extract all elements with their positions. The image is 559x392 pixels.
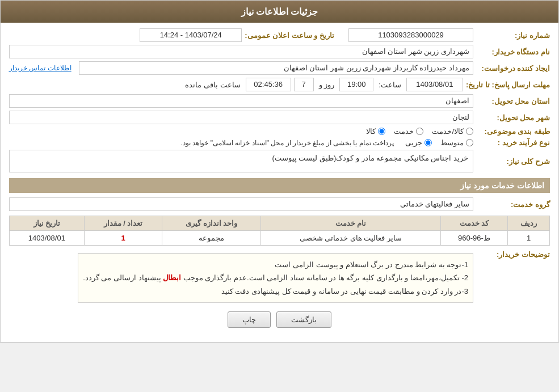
service-group-label: گروه خدمت: (476, 200, 550, 209)
province-value: اصفهان (9, 94, 473, 108)
deadline-date: 1403/08/01 (406, 78, 463, 91)
process-note: پرداخت تمام یا بخشی از مبلغ خریدار از مح… (181, 139, 394, 147)
col-date: تاریخ نیاز (10, 216, 85, 231)
creator-contact-link[interactable]: اطلاعات تماس خریدار (9, 64, 72, 72)
process-radio-group: متوسط جزیی (405, 138, 473, 147)
back-button[interactable]: بازگشت (276, 311, 331, 328)
col-count: تعداد / مقدار (84, 216, 162, 231)
buyer-org-value: شهرداری زرین شهر استان اصفهان (9, 45, 473, 58)
announce-label: تاریخ و ساعت اعلان عمومی: (245, 31, 334, 40)
table-row: 1 ط-96-960 سایر فعالیت های خدماتی شخصی م… (10, 231, 550, 246)
services-section-header: اطلاعات خدمات مورد نیاز (9, 178, 550, 193)
cell-code: ط-96-960 (440, 231, 507, 246)
main-content: شماره نیاز: 1103093283000029 تاریخ و ساع… (1, 23, 558, 342)
announce-value: 1403/07/24 - 14:24 (140, 28, 242, 42)
buyer-org-label: نام دستگاه خریدار: (476, 48, 550, 56)
service-group-value: سایر فعالیتهای خدماتی (9, 197, 473, 211)
need-number-row: شماره نیاز: 1103093283000029 تاریخ و ساع… (9, 28, 550, 42)
deadline-remaining: 02:45:36 (246, 78, 291, 91)
need-number-label: شماره نیاز: (476, 31, 550, 40)
radio-jozyi[interactable] (424, 139, 432, 146)
creator-label: ایجاد کننده درخواست: (476, 64, 550, 73)
deadline-remaining-label: ساعت باقی مانده (185, 81, 240, 89)
table-header-row: ردیف کد خدمت نام خدمت واحد اندازه گیری ت… (10, 216, 550, 231)
process-row: نوع فرآیند خرید : متوسط جزیی پرداخت تمام… (9, 138, 550, 147)
province-label: استان محل تحویل: (476, 97, 550, 106)
notes-label: توضیحات خریدار: (476, 250, 550, 259)
page-header: جزئیات اطلاعات نیاز (1, 1, 558, 23)
deadline-time-label: ساعت: (379, 81, 401, 89)
category-option-kala[interactable]: کالا (366, 127, 385, 136)
creator-value: مهرداد حیدرزاده کاربرداز شهرداری زرین شه… (79, 61, 473, 75)
cell-name: سایر فعالیت های خدماتی شخصی (261, 231, 441, 246)
notes-content: 1-توجه به شرایط مندرج در برگ استعلام و پ… (78, 253, 473, 303)
radio-motavaset-label: متوسط (440, 138, 464, 147)
description-value: خرید اجناس مکانیکی مجموعه مادر و کودک(طب… (9, 150, 473, 172)
print-button[interactable]: چاپ (228, 311, 271, 328)
deadline-time: 19:00 (339, 78, 373, 91)
category-radio-group: کالا/خدمت خدمت کالا (366, 127, 473, 136)
service-group-row: گروه خدمت: سایر فعالیتهای خدماتی (9, 197, 550, 211)
note-line-3: 3-در وارد کردن و مطابقت قیمت نهایی در سا… (83, 285, 468, 298)
deadline-days-label: روز و (319, 81, 335, 89)
radio-kala-khedmat[interactable] (466, 128, 473, 135)
col-code: کد خدمت (440, 216, 507, 231)
cell-row: 1 (508, 231, 550, 246)
note-line-1: 1-توجه به شرایط مندرج در برگ استعلام و پ… (83, 258, 468, 271)
cell-unit: مجموعه (162, 231, 261, 246)
creator-row: ایجاد کننده درخواست: مهرداد حیدرزاده کار… (9, 61, 550, 75)
radio-kala-label: کالا (366, 127, 376, 136)
category-label: طبقه بندی موضوعی: (476, 127, 550, 136)
col-row: ردیف (508, 216, 550, 231)
button-row: بازگشت چاپ (9, 311, 550, 328)
city-row: شهر محل تحویل: لنجان (9, 111, 550, 124)
notes-row: توضیحات خریدار: 1-توجه به شرایط مندرج در… (9, 250, 550, 303)
bold-word: ابطال (163, 273, 181, 282)
cell-count: 1 (84, 231, 162, 246)
page-title: جزئیات اطلاعات نیاز (241, 7, 318, 16)
radio-motavaset[interactable] (466, 139, 473, 146)
radio-khedmat-label: خدمت (394, 127, 414, 136)
category-option-khedmat[interactable]: خدمت (394, 127, 423, 136)
description-row: شرح کلی نیاز: خرید اجناس مکانیکی مجموعه … (9, 150, 550, 172)
radio-kala[interactable] (378, 128, 385, 135)
buyer-org-row: نام دستگاه خریدار: شهرداری زرین شهر استا… (9, 45, 550, 58)
category-row: طبقه بندی موضوعی: کالا/خدمت خدمت کالا (9, 127, 550, 136)
description-label: شرح کلی نیاز: (476, 157, 550, 166)
deadline-row: مهلت ارسال پاسخ: تا تاریخ: 1403/08/01 سا… (9, 78, 550, 91)
radio-khedmat[interactable] (416, 128, 423, 135)
page-container: جزئیات اطلاعات نیاز شماره نیاز: 11030932… (0, 0, 559, 343)
col-name: نام خدمت (261, 216, 441, 231)
radio-kala-khedmat-label: کالا/خدمت (432, 127, 464, 136)
deadline-label: مهلت ارسال پاسخ: تا تاریخ: (466, 81, 550, 89)
services-table: ردیف کد خدمت نام خدمت واحد اندازه گیری ت… (9, 216, 550, 246)
radio-jozyi-label: جزیی (405, 138, 422, 147)
process-option-motavaset[interactable]: متوسط (440, 138, 473, 147)
province-row: استان محل تحویل: اصفهان (9, 94, 550, 108)
cell-date: 1403/08/01 (10, 231, 85, 246)
note-line-2: 2- تکمیل،مهر،امضا و بارگذاری کلیه برگه ه… (83, 271, 468, 284)
deadline-days: 7 (294, 78, 314, 91)
city-value: لنجان (9, 111, 473, 124)
process-option-jozyi[interactable]: جزیی (405, 138, 432, 147)
category-option-kala-khedmat[interactable]: کالا/خدمت (432, 127, 473, 136)
col-unit: واحد اندازه گیری (162, 216, 261, 231)
city-label: شهر محل تحویل: (476, 113, 550, 122)
need-number-value: 1103093283000029 (348, 28, 473, 42)
process-label: نوع فرآیند خرید : (476, 138, 550, 147)
